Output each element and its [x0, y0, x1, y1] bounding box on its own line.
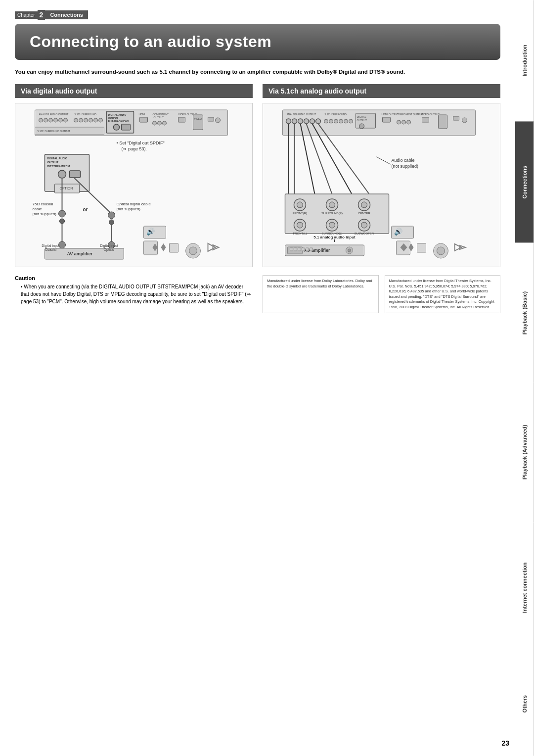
- svg-point-134: [361, 222, 367, 228]
- license-dts: Manufactured under license from Digital …: [385, 275, 501, 313]
- svg-text:OUTPUT: OUTPUT: [154, 116, 164, 119]
- column-left: Via digital audio output ANALOG AUDIO OU…: [15, 84, 253, 267]
- svg-marker-157: [455, 244, 462, 251]
- svg-point-7: [64, 118, 68, 122]
- diagram-right: ANALOG AUDIO OUTPUT 5.1CH SURROUND: [263, 103, 500, 267]
- svg-rect-146: [302, 248, 305, 251]
- svg-point-131: [329, 222, 335, 228]
- tab-introduction-label: Introduction: [522, 45, 528, 77]
- tab-others-label: Others: [522, 696, 528, 713]
- two-columns: Via digital audio output ANALOG AUDIO OU…: [15, 84, 500, 267]
- main-content: Chapter 2 Connections Connecting to an a…: [0, 0, 515, 756]
- svg-point-87: [324, 119, 328, 123]
- tab-playback-advanced[interactable]: Playback (Advanced): [515, 382, 534, 522]
- svg-text:CENTER: CENTER: [358, 212, 370, 215]
- svg-rect-43: [70, 171, 81, 178]
- page-number: 23: [501, 739, 509, 747]
- svg-text:Optical digital cable: Optical digital cable: [117, 202, 151, 206]
- svg-rect-71: [170, 243, 178, 252]
- intro-paragraph: You can enjoy multichannel surround-soun…: [15, 68, 500, 76]
- svg-point-85: [316, 119, 321, 124]
- svg-point-19: [114, 124, 120, 130]
- tab-connections[interactable]: Connections: [515, 121, 534, 242]
- side-tabs: Introduction Connections Playback (Basic…: [515, 0, 534, 756]
- svg-point-53: [109, 220, 114, 225]
- svg-text:(not supplied): (not supplied): [33, 212, 57, 216]
- svg-text:DIGITAL: DIGITAL: [357, 115, 366, 118]
- svg-text:AV amplifier: AV amplifier: [67, 251, 93, 256]
- svg-rect-148: [310, 248, 313, 251]
- svg-point-2: [39, 118, 43, 122]
- svg-rect-143: [290, 248, 293, 251]
- svg-text:Audio cable: Audio cable: [392, 158, 415, 163]
- chapter-label: Chapter: [15, 11, 38, 19]
- svg-point-42: [58, 170, 66, 178]
- svg-text:ANALOG AUDIO OUTPUT: ANALOG AUDIO OUTPUT: [39, 113, 69, 116]
- svg-text:SUBWOOFER: SUBWOOFER: [355, 232, 374, 235]
- svg-text:5.1CH SURROUND: 5.1CH SURROUND: [325, 113, 347, 116]
- svg-point-100: [397, 120, 401, 124]
- tab-connections-label: Connections: [522, 166, 528, 199]
- svg-text:🔊: 🔊: [394, 228, 403, 236]
- svg-point-11: [84, 118, 88, 122]
- svg-text:🔊: 🔊: [146, 228, 155, 236]
- svg-rect-28: [178, 117, 185, 122]
- svg-point-101: [402, 120, 406, 124]
- svg-text:ANALOG AUDIO OUTPUT: ANALOG AUDIO OUTPUT: [287, 113, 316, 116]
- svg-point-33: [216, 118, 221, 123]
- svg-rect-144: [294, 248, 297, 251]
- svg-rect-98: [383, 117, 391, 122]
- svg-point-75: [189, 247, 197, 255]
- svg-text:HDMI: HDMI: [139, 113, 145, 116]
- tab-internet-label: Internet connection: [522, 562, 528, 613]
- svg-point-10: [79, 118, 83, 122]
- svg-text:COMPONENT OUTPUT: COMPONENT OUTPUT: [397, 113, 423, 116]
- svg-point-119: [297, 202, 303, 208]
- svg-line-116: [377, 157, 391, 164]
- svg-point-9: [74, 118, 78, 122]
- svg-point-52: [108, 212, 115, 219]
- svg-point-122: [329, 202, 335, 208]
- svg-line-51: [75, 178, 112, 214]
- svg-point-156: [437, 247, 445, 255]
- svg-point-14: [99, 118, 103, 122]
- tab-internet[interactable]: Internet connection: [515, 522, 534, 653]
- tab-introduction[interactable]: Introduction: [515, 0, 534, 121]
- svg-point-88: [329, 119, 333, 123]
- diagram-left: ANALOG AUDIO OUTPUT 5.1CH SURROUND: [15, 103, 253, 267]
- svg-point-92: [349, 119, 353, 123]
- svg-point-96: [359, 124, 364, 129]
- svg-text:BITSTREAM/PCM: BITSTREAM/PCM: [47, 165, 70, 168]
- svg-point-12: [89, 118, 93, 122]
- svg-text:Digital input: Digital input: [100, 244, 118, 248]
- svg-text:OUTPUT: OUTPUT: [47, 161, 59, 164]
- svg-text:DIGITAL AUDIO: DIGITAL AUDIO: [47, 157, 68, 160]
- svg-rect-152: [417, 243, 426, 252]
- svg-text:5.1CH SURROUND OUTPUT: 5.1CH SURROUND OUTPUT: [38, 130, 70, 133]
- svg-rect-145: [298, 248, 301, 251]
- svg-point-4: [49, 118, 53, 122]
- svg-marker-70: [161, 243, 166, 251]
- chapter-number: 2: [38, 10, 45, 20]
- svg-point-128: [297, 222, 303, 228]
- diagram-svg-left: ANALOG AUDIO OUTPUT 5.1CH SURROUND: [19, 107, 248, 261]
- svg-rect-105: [439, 115, 447, 129]
- svg-rect-32: [208, 117, 214, 121]
- column-right: Via 5.1ch analog audio output ANALOG AUD…: [263, 84, 500, 267]
- svg-text:(not supplied): (not supplied): [117, 207, 141, 211]
- page-title: Connecting to an audio system: [30, 33, 271, 50]
- svg-text:5.1CH SURROUND: 5.1CH SURROUND: [75, 113, 97, 116]
- section-header-left: Via digital audio output: [15, 84, 253, 98]
- tab-playback-basic[interactable]: Playback (Basic): [515, 243, 534, 382]
- svg-point-89: [334, 119, 338, 123]
- svg-rect-106: [453, 116, 459, 120]
- caution-text: When you are connecting (via the DIGITAL…: [15, 283, 253, 305]
- breadcrumb: Chapter 2 Connections: [15, 10, 500, 20]
- svg-text:(not supplied): (not supplied): [392, 164, 419, 169]
- svg-rect-20: [122, 124, 131, 130]
- svg-rect-147: [306, 248, 309, 251]
- bottom-section: Caution When you are connecting (via the…: [15, 275, 500, 313]
- tab-others[interactable]: Others: [515, 653, 534, 756]
- svg-point-48: [60, 219, 65, 224]
- svg-point-80: [286, 119, 291, 124]
